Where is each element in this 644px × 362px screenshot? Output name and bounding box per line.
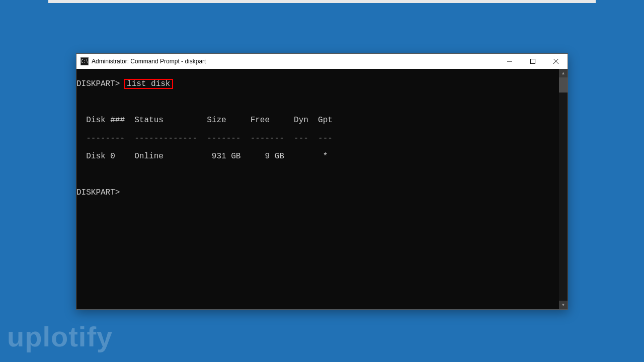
command-prompt-window: C:\ Administrator: Command Prompt - disk… bbox=[76, 53, 568, 310]
vertical-scrollbar[interactable]: ▲ ▼ bbox=[559, 69, 568, 309]
minimize-icon bbox=[507, 59, 512, 64]
watermark-text: uplotify bbox=[7, 320, 113, 353]
window-controls bbox=[498, 54, 568, 69]
scroll-thumb[interactable] bbox=[559, 77, 568, 93]
highlighted-command: list disk bbox=[124, 79, 173, 89]
window-title: Administrator: Command Prompt - diskpart bbox=[92, 58, 498, 65]
disk-table-row: Disk 0 Online 931 GB 9 GB * bbox=[76, 151, 559, 161]
terminal-output[interactable]: DISKPART> list disk Disk ### Status Size… bbox=[76, 69, 559, 309]
prompt-line-2: DISKPART> bbox=[76, 188, 559, 198]
blank-line bbox=[76, 97, 559, 107]
diskpart-prompt: DISKPART> bbox=[76, 79, 120, 88]
background-top-strip bbox=[48, 0, 596, 3]
prompt-line-1: DISKPART> list disk bbox=[76, 79, 559, 89]
minimize-button[interactable] bbox=[498, 54, 521, 69]
svg-rect-1 bbox=[531, 59, 535, 64]
disk-table-header: Disk ### Status Size Free Dyn Gpt bbox=[76, 115, 559, 125]
scroll-up-arrow-icon[interactable]: ▲ bbox=[559, 69, 568, 77]
maximize-button[interactable] bbox=[521, 54, 544, 69]
disk-table-divider: -------- ------------- ------- ------- -… bbox=[76, 133, 559, 143]
cmd-icon: C:\ bbox=[80, 57, 89, 65]
terminal-area: DISKPART> list disk Disk ### Status Size… bbox=[76, 69, 568, 309]
scroll-track[interactable] bbox=[559, 77, 568, 301]
scroll-down-arrow-icon[interactable]: ▼ bbox=[559, 301, 568, 309]
window-titlebar[interactable]: C:\ Administrator: Command Prompt - disk… bbox=[76, 54, 568, 69]
close-icon bbox=[553, 59, 558, 64]
close-button[interactable] bbox=[544, 54, 568, 69]
maximize-icon bbox=[530, 59, 535, 64]
blank-line bbox=[76, 169, 559, 179]
